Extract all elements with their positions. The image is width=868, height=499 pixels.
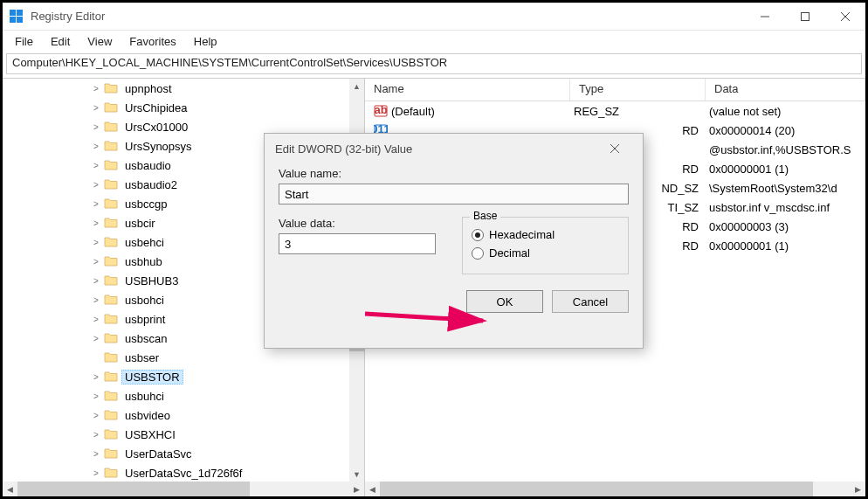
header-data[interactable]: Data [706, 79, 865, 100]
dialog-close-button[interactable] [597, 144, 632, 153]
expand-icon[interactable]: > [90, 468, 102, 478]
folder-icon [104, 371, 118, 383]
expand-icon[interactable]: > [90, 392, 102, 401]
scroll-down-arrow[interactable]: ▼ [349, 467, 364, 482]
tree-item-label: upnphost [121, 81, 176, 96]
edit-dword-dialog: Edit DWORD (32-bit) Value Value name: Va… [264, 133, 644, 349]
expand-icon[interactable]: > [90, 430, 102, 440]
app-icon [10, 10, 24, 24]
cancel-button[interactable]: Cancel [552, 290, 629, 313]
close-button[interactable] [825, 3, 865, 30]
expand-icon[interactable]: > [90, 238, 102, 247]
menu-edit[interactable]: Edit [42, 33, 79, 50]
tree-item-label: usbccgp [121, 197, 170, 211]
tree-item-label: USBXHCI [121, 427, 179, 442]
folder-icon [104, 140, 118, 152]
tree-item-label: UrsChipidea [121, 100, 191, 115]
tree-item-label: usbhub [121, 254, 166, 269]
expand-icon[interactable]: > [90, 199, 102, 209]
value-name-label: Value name: [279, 167, 629, 180]
tree-item[interactable]: >USBXHCI [90, 425, 364, 444]
scroll-up-arrow[interactable]: ▲ [349, 79, 364, 94]
tree-item[interactable]: >UserDataSvc_1d726f6f [90, 463, 364, 482]
address-bar[interactable]: Computer\HKEY_LOCAL_MACHINE\SYSTEM\Curre… [6, 53, 862, 74]
tree-item[interactable]: >USBSTOR [90, 367, 364, 386]
tree-horizontal-scrollbar[interactable]: ◀ ▶ [3, 482, 365, 496]
folder-icon [104, 101, 118, 114]
tree-item[interactable]: >usbuhci [90, 386, 364, 405]
menu-view[interactable]: View [79, 33, 121, 50]
scroll-left-arrow[interactable]: ◀ [3, 482, 17, 496]
expand-icon[interactable]: > [90, 142, 102, 151]
folder-icon [104, 351, 118, 364]
expand-icon[interactable]: > [90, 84, 102, 94]
scroll-left-arrow[interactable]: ◀ [365, 482, 380, 496]
base-legend: Base [470, 210, 500, 222]
tree-item[interactable]: >UrsChipidea [90, 98, 364, 117]
radio-icon-checked [472, 229, 484, 241]
radio-hex-label: Hexadecimal [489, 228, 555, 241]
folder-icon [104, 178, 118, 191]
tree-item-label: usbscan [121, 331, 170, 346]
expand-icon[interactable]: > [90, 218, 102, 228]
folder-icon [104, 82, 118, 94]
expand-icon[interactable]: > [90, 411, 102, 420]
expand-icon[interactable]: > [90, 257, 102, 267]
folder-icon [104, 236, 118, 248]
svg-rect-5 [802, 12, 809, 20]
folder-icon [104, 447, 118, 460]
expand-icon[interactable]: > [90, 295, 102, 305]
expand-icon[interactable]: > [90, 372, 102, 382]
expand-icon[interactable]: > [90, 103, 102, 113]
tree-item[interactable]: >usbvideo [90, 405, 364, 425]
radio-hexadecimal[interactable]: Hexadecimal [472, 228, 619, 241]
ok-button[interactable]: OK [466, 290, 543, 313]
value-data-cell: 0x00000001 (1) [706, 239, 865, 253]
menu-help[interactable]: Help [185, 33, 226, 50]
menu-file[interactable]: File [6, 33, 42, 50]
expand-icon[interactable]: > [90, 180, 102, 190]
radio-dec-label: Decimal [489, 246, 530, 260]
expand-icon[interactable]: > [90, 276, 102, 286]
folder-icon [104, 294, 118, 306]
folder-icon [104, 159, 118, 171]
value-data-cell: usbstor.inf v_mscdsc.inf [706, 201, 865, 214]
list-horizontal-scrollbar[interactable]: ◀ ▶ [365, 482, 865, 496]
folder-icon [104, 467, 118, 479]
scroll-right-arrow[interactable]: ▶ [851, 482, 865, 496]
folder-icon [104, 332, 118, 344]
value-name-field[interactable] [279, 184, 629, 204]
expand-icon[interactable]: > [90, 122, 102, 132]
radio-decimal[interactable]: Decimal [472, 246, 619, 260]
value-data-cell: \SystemRoot\System32\d [706, 182, 865, 195]
tree-item[interactable]: >UserDataSvc [90, 444, 364, 463]
scroll-right-arrow[interactable]: ▶ [349, 482, 364, 496]
tree-item-label: usbuhci [121, 389, 168, 404]
folder-icon [104, 198, 118, 210]
value-data-field[interactable] [279, 233, 436, 254]
expand-icon[interactable]: > [90, 161, 102, 170]
menu-favorites[interactable]: Favorites [121, 33, 184, 50]
value-row[interactable]: ab(Default)REG_SZ(value not set) [365, 101, 865, 121]
tree-item-label: USBHUB3 [121, 274, 182, 288]
titlebar: Registry Editor [3, 3, 865, 31]
minimize-button[interactable] [745, 3, 785, 30]
scroll-thumb[interactable] [17, 482, 250, 496]
tree-item[interactable]: >upnphost [90, 79, 364, 98]
folder-icon [104, 390, 118, 402]
folder-icon [104, 428, 118, 440]
expand-icon[interactable]: > [90, 334, 102, 343]
expand-icon[interactable]: > [90, 449, 102, 459]
header-type[interactable]: Type [570, 79, 706, 100]
tree-item-label: USBSTOR [121, 370, 183, 385]
list-headers: Name Type Data [365, 79, 865, 101]
tree-item-label: usbehci [121, 235, 168, 250]
maximize-button[interactable] [785, 3, 825, 30]
header-name[interactable]: Name [365, 79, 570, 100]
tree-item-label: usbohci [121, 293, 168, 308]
scroll-thumb[interactable] [380, 482, 813, 496]
tree-item-label: usbaudio [121, 158, 175, 173]
value-data-cell: 0x00000001 (1) [706, 163, 865, 176]
tree-item[interactable]: usbser [90, 348, 364, 367]
expand-icon[interactable]: > [90, 315, 102, 324]
